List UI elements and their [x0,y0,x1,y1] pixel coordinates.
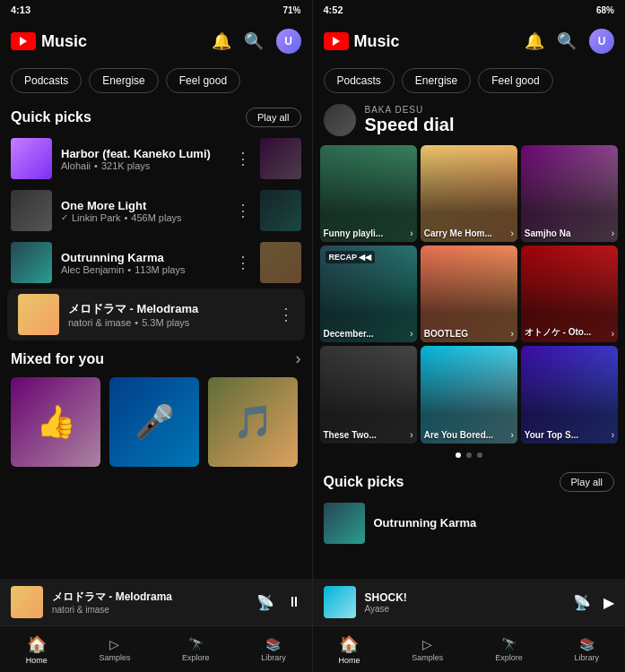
grid-arrow-2: › [612,228,614,238]
left-mixed-title: Mixed for you [11,351,104,367]
grid-card-0[interactable]: Funny playli... › [320,145,417,242]
play-icon-right[interactable]: ▶ [603,594,614,611]
right-avatar[interactable]: U [589,29,614,54]
track-side-onemore [260,190,301,231]
left-avatar[interactable]: U [276,29,301,54]
grid-arrow-1: › [510,228,513,238]
chip-podcasts-right[interactable]: Podcasts [324,68,395,93]
track-item-harbor[interactable]: Harbor (feat. Kaneko Lumi) Alohaii • 321… [0,133,312,185]
track-side-outrunning [260,242,301,283]
left-logo: Music [11,32,212,51]
right-player-sub: Ayase [365,604,565,614]
cast-icon-right[interactable]: 📡 [573,594,591,611]
explore-icon-right: 🔭 [501,637,516,651]
right-nav-samples[interactable]: ▷ Samples [412,637,443,662]
notification-icon[interactable]: 🔔 [212,31,231,51]
track-more-onemore[interactable]: ⋮ [235,201,251,220]
right-player-title: SHOCK! [365,591,565,604]
library-label-left: Library [261,653,286,662]
dot-0 [456,452,461,458]
grid-arrow-4: › [510,329,513,339]
grid-card-4[interactable]: BOOTLEG › [421,246,517,342]
track-item-onemore[interactable]: One More Light ✓ Linkin Park • 456M play… [0,185,312,237]
mix-thumb-1: 🎤 [109,377,199,467]
partial-track-title: Outrunning Karma [374,516,615,530]
track-sub-onemore: ✓ Linkin Park • 456M plays [61,212,226,223]
right-bottom-player[interactable]: SHOCK! Ayase 📡 ▶ [313,579,626,625]
left-bottom-player[interactable]: メロドラマ - Melodrama natori & imase 📡 ⏸ [0,579,312,625]
grid-card-8[interactable]: Your Top S... › [521,346,618,443]
explore-icon-left: 🔭 [188,637,204,651]
chip-feelgood-right[interactable]: Feel good [478,68,552,93]
right-nav-home[interactable]: 🏠 Home [338,634,360,665]
track-more-melodrama[interactable]: ⋮ [278,305,294,324]
library-icon-left: 📚 [265,637,281,651]
grid-label-6: These Two... [324,430,377,440]
grid-label-8: Your Top S... [525,430,578,440]
grid-card-7[interactable]: Are You Bored... › [421,346,517,443]
track-more-outrunning[interactable]: ⋮ [235,253,251,272]
left-status-icons: 71% [282,5,300,15]
grid-card-2[interactable]: Samjho Na › [521,145,618,242]
track-title-outrunning: Outrunning Karma [61,251,226,264]
left-phone-panel: 4:13 71% Music 🔔 🔍 U Podcasts Energise F… [0,0,313,672]
grid-card-1[interactable]: Carry Me Hom... › [421,145,517,242]
track-info-onemore: One More Light ✓ Linkin Park • 456M play… [61,199,226,223]
right-app-title: Music [354,32,400,51]
explore-label-right: Explore [495,653,523,662]
speed-dial-header: BAKA DESU Speed dial [313,99,626,142]
right-header: Music 🔔 🔍 U [313,20,626,63]
left-quick-picks-title: Quick picks [11,109,91,125]
right-play-all-button[interactable]: Play all [560,472,614,492]
grid-arrow-6: › [410,430,412,440]
grid-card-3[interactable]: RECAP ◀◀ December... › [320,246,417,342]
left-nav-home[interactable]: 🏠 Home [26,634,48,665]
track-info-harbor: Harbor (feat. Kaneko Lumi) Alohaii • 321… [61,147,226,171]
left-nav-samples[interactable]: ▷ Samples [99,637,130,662]
grid-label-5: オトノケ - Oto... [525,326,591,339]
right-nav-explore[interactable]: 🔭 Explore [495,637,523,662]
youtube-music-icon-right [324,32,349,50]
home-icon-left: 🏠 [27,634,47,654]
right-player-thumb [324,586,356,618]
grid-card-6[interactable]: These Two... › [320,346,417,443]
pause-icon-left[interactable]: ⏸ [287,594,301,610]
left-bottom-nav: 🏠 Home ▷ Samples 🔭 Explore 📚 Library [0,625,312,672]
track-sub-melodrama: natori & imase • 5.3M plays [68,317,269,328]
chip-energise-left[interactable]: Energise [89,68,158,93]
track-thumb-outrunning [11,242,52,283]
speed-dial-meta: BAKA DESU Speed dial [365,105,455,135]
partial-track-thumb [324,503,365,544]
chip-podcasts-left[interactable]: Podcasts [11,68,82,93]
notification-icon-right[interactable]: 🔔 [525,31,544,51]
track-side-harbor [260,138,301,179]
left-nav-library[interactable]: 📚 Library [261,637,286,662]
right-nav-library[interactable]: 📚 Library [575,637,600,662]
search-icon[interactable]: 🔍 [244,31,264,51]
search-icon-right[interactable]: 🔍 [557,31,577,51]
track-thumb-melodrama [18,294,59,335]
grid-card-5[interactable]: オトノケ - Oto... › [521,246,618,342]
grid-label-2: Samjho Na [525,228,571,238]
track-item-melodrama[interactable]: メロドラマ - Melodrama natori & imase • 5.3M … [7,289,305,340]
track-more-harbor[interactable]: ⋮ [235,149,251,168]
left-mixed-arrow[interactable]: › [296,349,301,368]
chip-feelgood-left[interactable]: Feel good [166,68,240,93]
grid-label-3: December... [324,329,374,339]
left-app-title: Music [41,32,87,51]
left-player-thumb [11,586,43,618]
mix-card-2[interactable]: 🎵 [208,377,298,467]
left-play-all-button[interactable]: Play all [246,108,300,127]
track-item-outrunning[interactable]: Outrunning Karma Alec Benjamin • 113M pl… [0,237,312,289]
grid-arrow-3: › [410,329,412,339]
library-icon-right: 📚 [579,637,595,651]
cast-icon-left[interactable]: 📡 [256,594,274,611]
right-partial-track[interactable]: Outrunning Karma [313,497,626,549]
mix-card-1[interactable]: 🎤 [109,377,199,467]
samples-label-left: Samples [99,653,130,662]
mix-card-0[interactable]: 👍 [11,377,100,467]
left-header-icons: 🔔 🔍 U [212,29,301,54]
left-nav-explore[interactable]: 🔭 Explore [182,637,210,662]
grid-arrow-0: › [410,228,412,238]
chip-energise-right[interactable]: Energise [402,68,471,93]
